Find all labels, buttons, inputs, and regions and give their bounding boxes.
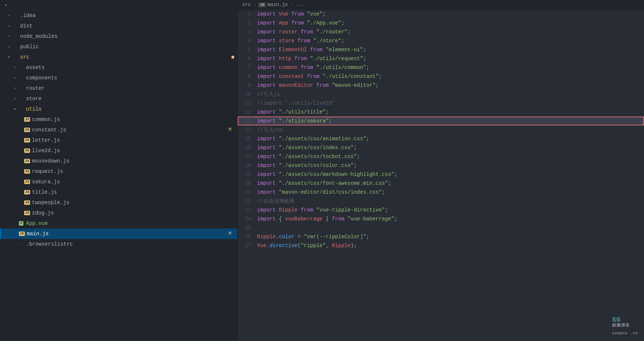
line-number-2: 2 [238, 19, 257, 27]
modified-badge-main_js: M [229, 231, 231, 236]
sidebar-item-src[interactable]: src [0, 52, 237, 62]
item-label-common_js: common.js [32, 117, 237, 122]
line-content-26: Ripple.color = "var(--rippleColor)"; [257, 232, 644, 241]
item-label-utils: utils [26, 106, 237, 112]
editor-area: src › JSmain.js › ... 1import Vue from "… [238, 0, 644, 341]
file-icon-constant_js: JS [24, 127, 30, 133]
item-label-app_vue: App.vue [26, 220, 237, 226]
sidebar-item-constant_js[interactable]: JSconstant.jsM [0, 125, 237, 135]
file-icon-zdog_js: JS [24, 210, 30, 216]
sidebar-item-twopeople_js[interactable]: JStwopeople.js [0, 197, 237, 208]
sidebar-item-public[interactable]: public [0, 42, 237, 52]
line-number-15: 15 [238, 134, 257, 143]
breadcrumb-sep1: › [253, 2, 256, 7]
sidebar-item-live2d_js[interactable]: JSlive2d.js [0, 145, 237, 156]
code-container[interactable]: 1import Vue from "vue";2import App from … [238, 10, 644, 341]
sidebar-item-common_js[interactable]: JScommon.js [0, 114, 237, 125]
sidebar-item-store[interactable]: store [0, 94, 237, 104]
sidebar-item-browserslistrc[interactable]: ·.browserslistrc [0, 239, 237, 249]
arrow-icon-node_modules [6, 33, 12, 39]
line-number-3: 3 [238, 27, 257, 36]
project-header [0, 0, 237, 10]
breadcrumb-src: src [242, 2, 251, 7]
line-number-8: 8 [238, 72, 257, 81]
code-line-7: 7import common from "./utils/common"; [238, 63, 644, 72]
sidebar-item-router[interactable]: router [0, 83, 237, 94]
item-label-public: public [20, 44, 237, 50]
line-number-6: 6 [238, 54, 257, 63]
sidebar-item-components[interactable]: components [0, 73, 237, 83]
project-arrow[interactable] [3, 2, 9, 8]
sidebar-item-request_js[interactable]: JSrequest.js [0, 166, 237, 177]
breadcrumb-ellipsis: ... [295, 2, 304, 7]
sidebar-item-dist[interactable]: dist [0, 21, 237, 31]
code-line-1: 1import Vue from "vue"; [238, 10, 644, 19]
file-icon-request_js: JS [24, 168, 30, 175]
code-line-17: 17import "./assets/css/tocbot.css"; [238, 152, 644, 161]
sidebar-item-sakura_js[interactable]: JSsakura.js [0, 177, 237, 187]
sidebar-item-assets[interactable]: assets [0, 62, 237, 73]
sidebar-item-app_vue[interactable]: VApp.vue [0, 218, 237, 229]
line-content-3: import router from "./router"; [257, 27, 644, 36]
code-line-22: 22//点击涟漪效果 [238, 197, 644, 206]
file-icon-node_modules [12, 33, 19, 40]
code-line-6: 6import http from "./utils/request"; [238, 54, 644, 63]
sidebar-item-main_js[interactable]: JSmain.jsM [0, 229, 237, 239]
line-number-9: 9 [238, 81, 257, 90]
item-label-store: store [26, 96, 237, 102]
line-content-2: import App from "./App.vue"; [257, 19, 644, 27]
code-line-9: 9import mavonEditor from "mavon-editor"; [238, 81, 644, 90]
line-content-16: import "./assets/css/index.css"; [257, 143, 644, 152]
item-label-constant_js: constant.js [32, 127, 229, 133]
code-line-20: 20import "./assets/css/font-awesome.min.… [238, 179, 644, 188]
line-number-25: 25 [238, 223, 257, 232]
sidebar-item-mousedown_js[interactable]: JSmousedown.js [0, 156, 237, 166]
sidebar-item-utils[interactable]: utils [0, 104, 237, 114]
sidebar-item-idea[interactable]: .idea [0, 10, 237, 21]
item-label-node_modules: node_modules [20, 33, 237, 39]
editor-breadcrumb: src › JSmain.js › ... [238, 0, 644, 10]
line-content-14: //引入css [257, 125, 644, 134]
sidebar-item-letter_js[interactable]: JSletter.js [0, 135, 237, 145]
line-number-24: 24 [238, 214, 257, 223]
code-line-15: 15import "./assets/css/animation.css"; [238, 134, 644, 143]
file-icon-common_js: JS [24, 116, 30, 123]
sidebar-item-title_js[interactable]: JStitle.js [0, 187, 237, 197]
line-number-4: 4 [238, 36, 257, 45]
line-content-21: import "mavon-editor/dist/css/index.css"… [257, 188, 644, 197]
line-number-19: 19 [238, 170, 257, 179]
file-icon-store [18, 95, 25, 102]
line-content-17: import "./assets/css/tocbot.css"; [257, 152, 644, 161]
line-number-22: 22 [238, 197, 257, 206]
line-content-6: import http from "./utils/request"; [257, 54, 644, 63]
line-content-7: import common from "./utils/common"; [257, 63, 644, 72]
item-label-letter_js: letter.js [32, 137, 237, 143]
code-line-2: 2import App from "./App.vue"; [238, 19, 644, 27]
item-label-mousedown_js: mousedown.js [32, 158, 237, 164]
code-lines: 1import Vue from "vue";2import App from … [238, 10, 644, 250]
file-explorer: .ideadistnode_modulespublicsrcassetscomp… [0, 0, 238, 341]
arrow-icon-utils [12, 106, 18, 112]
code-line-8: 8import constant from "./utils/constant"… [238, 72, 644, 81]
file-icon-idea [12, 12, 19, 19]
arrow-icon-components [12, 75, 18, 81]
item-label-request_js: request.js [32, 168, 237, 174]
item-label-assets: assets [26, 65, 237, 71]
line-content-19: import "./assets/css/markdown-highlight.… [257, 170, 644, 179]
file-icon-app_vue: V [18, 220, 25, 227]
line-number-13: 13 [238, 117, 257, 125]
item-label-src: src [20, 54, 231, 60]
file-icon-src [12, 54, 19, 60]
item-label-components: components [26, 75, 237, 81]
code-line-26: 26Ripple.color = "var(--rippleColor)"; [238, 232, 644, 241]
file-icon-router [18, 85, 25, 92]
line-content-23: import Ripple from "vue-ripple-directive… [257, 206, 644, 214]
line-number-10: 10 [238, 90, 257, 99]
sidebar-item-node_modules[interactable]: node_modules [0, 31, 237, 42]
sidebar-item-zdog_js[interactable]: JSzdog.js [0, 208, 237, 218]
line-content-18: import "./assets/css/color.css"; [257, 161, 644, 170]
line-number-18: 18 [238, 161, 257, 170]
file-icon-mousedown_js: JS [24, 158, 30, 164]
item-label-idea: .idea [20, 13, 237, 19]
code-line-23: 23import Ripple from "vue-ripple-directi… [238, 206, 644, 214]
